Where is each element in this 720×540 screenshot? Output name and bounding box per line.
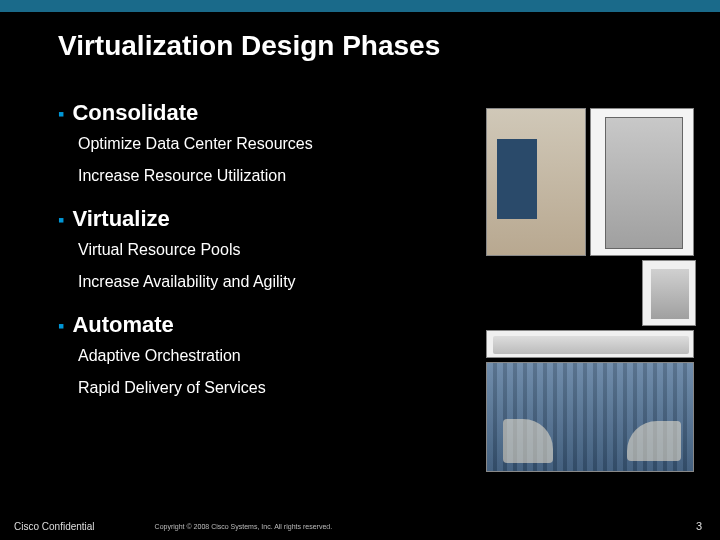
accent-bar bbox=[0, 0, 720, 12]
slide-title: Virtualization Design Phases bbox=[0, 12, 720, 62]
phase-block: ▪ Virtualize Virtual Resource Pools Incr… bbox=[58, 206, 458, 294]
phase-header: ▪ Virtualize bbox=[58, 206, 458, 232]
phase-sub: Optimize Data Center Resources bbox=[78, 132, 458, 156]
phase-sub: Increase Availability and Agility bbox=[78, 270, 458, 294]
bullet-icon: ▪ bbox=[58, 211, 64, 229]
phase-sub: Adaptive Orchestration bbox=[78, 344, 458, 368]
phase-header: ▪ Consolidate bbox=[58, 100, 458, 126]
image-column bbox=[486, 108, 696, 472]
page-number: 3 bbox=[696, 520, 702, 532]
network-chassis-image bbox=[590, 108, 694, 256]
hands-collaboration-image bbox=[486, 362, 694, 472]
phase-block: ▪ Consolidate Optimize Data Center Resou… bbox=[58, 100, 458, 188]
footer-copyright: Copyright © 2008 Cisco Systems, Inc. All… bbox=[155, 523, 333, 530]
server-module-image bbox=[642, 260, 696, 326]
footer-confidential: Cisco Confidential bbox=[14, 521, 95, 532]
rack-server-image bbox=[486, 330, 694, 358]
phase-sub: Increase Resource Utilization bbox=[78, 164, 458, 188]
image-row bbox=[486, 108, 696, 256]
phase-title: Virtualize bbox=[72, 206, 169, 232]
phase-block: ▪ Automate Adaptive Orchestration Rapid … bbox=[58, 312, 458, 400]
phase-sub: Virtual Resource Pools bbox=[78, 238, 458, 262]
phase-title: Consolidate bbox=[72, 100, 198, 126]
hand-icon bbox=[627, 421, 681, 461]
phase-title: Automate bbox=[72, 312, 173, 338]
image-row bbox=[486, 260, 696, 326]
bullet-icon: ▪ bbox=[58, 317, 64, 335]
content-area: ▪ Consolidate Optimize Data Center Resou… bbox=[58, 100, 458, 418]
phase-header: ▪ Automate bbox=[58, 312, 458, 338]
datacenter-technician-image bbox=[486, 108, 586, 256]
bullet-icon: ▪ bbox=[58, 105, 64, 123]
footer: Cisco Confidential Copyright © 2008 Cisc… bbox=[0, 512, 720, 540]
phase-sub: Rapid Delivery of Services bbox=[78, 376, 458, 400]
